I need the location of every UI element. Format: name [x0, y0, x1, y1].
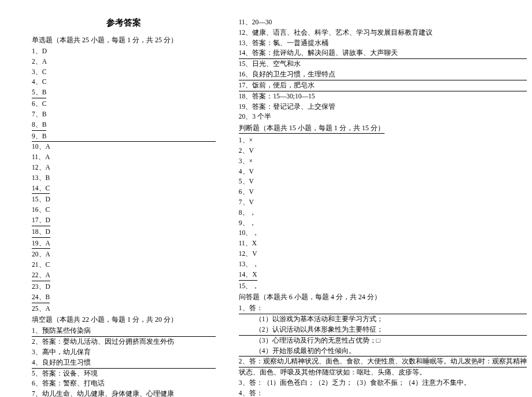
- qa-answer-item: 1、答：: [239, 303, 527, 314]
- fill-answer-item: 19、答案：登记记录、上交保管: [239, 102, 527, 112]
- mc-answer-item: 20、A: [32, 249, 216, 260]
- mc-answer-item: 7、B: [32, 109, 216, 120]
- fill-answer-item: 2、答案：婴幼儿活动、因过分拥挤而发生外伤: [32, 337, 216, 347]
- qa-answer-item: （2）认识活动以具体形象性为主要特征；: [239, 325, 527, 336]
- section4-header: 问答题（本题共 6 小题，每题 4 分，共 24 分）: [239, 292, 527, 302]
- fill-answer-item: 6、答案：警察、打电话: [32, 378, 216, 389]
- tf-answer-item: 5、V: [239, 177, 527, 187]
- qa-answer-item: 状态、面色、呼吸及其他伴随症状如：呕吐、头痛、皮疹等。: [239, 367, 527, 378]
- tf-answer-item: 9、，: [239, 218, 527, 229]
- fill-answer-item: 4、良好的卫生习惯: [32, 358, 216, 369]
- mc-answer-item: 23、D: [32, 282, 216, 292]
- tf-answer-item: 13、，: [239, 259, 527, 270]
- fill-answer-item: 3、高中，幼儿保育: [32, 347, 216, 358]
- tf-answer-item: 8、，: [239, 208, 527, 218]
- fill-answer-item: 7、幼儿生命、幼儿健康、身体健康、心理健康: [32, 389, 216, 397]
- fill-answer-item: 1、预防某些传染病: [32, 326, 216, 337]
- tf-answer-item: 15、，: [239, 281, 527, 292]
- tf-answer-item: 12、V: [239, 249, 527, 259]
- fill-answer-item: 17、饭前，便后，肥皂水: [239, 80, 527, 91]
- qa-answer-item: （1）以游戏为基本活动和主要学习方式；: [239, 314, 527, 325]
- mc-answer-item: 17、D: [32, 215, 216, 227]
- mc-answer-item: 24、B: [32, 292, 216, 304]
- right-column: 11、20—3012、健康、语言、社会、科学、艺术、学习与发展目标教育建议13、…: [239, 17, 527, 385]
- mc-answer-item: 12、A: [32, 163, 216, 173]
- qa-answer-item: 2、答：观察幼儿精神状况、面色、食欲、大便性质、次数和睡眠等。幼儿发热时：观察其…: [239, 356, 527, 367]
- qa-answer-item: 3、答：（1）面色苍白；（2）乏力；（3）食欲不振；（4）注意力不集中。: [239, 378, 527, 388]
- tf-answer-item: 1、×: [239, 135, 527, 146]
- qa-answer-item: 4、答：: [239, 388, 527, 397]
- mc-answer-item: 18、D: [32, 227, 216, 238]
- section3-header: 判断题（本题共 15 小题，每题 1 分，共 15 分）: [239, 123, 527, 134]
- mc-answer-item: 2、A: [32, 57, 216, 67]
- tf-answer-item: 7、V: [239, 197, 527, 208]
- page-title: 参考答案: [32, 17, 216, 28]
- mc-answer-item: 14、C: [32, 183, 216, 195]
- tf-answer-item: 10、，: [239, 228, 527, 238]
- mc-answer-item: 1、D: [32, 46, 216, 57]
- tf-answer-item: 2、V: [239, 146, 527, 156]
- section2-header: 填空题（本题共 22 小题，每题 1 分，共 20 分）: [32, 315, 216, 325]
- fill-answer-item: 13、答案：氯、一普通提水桶: [239, 38, 527, 49]
- tf-answer-item: 3、×: [239, 156, 527, 167]
- section1-header: 单选题（本题共 25 小题，每题 1 分，共 25 分）: [32, 35, 216, 45]
- fill-answer-item: 5、答案：设备、环境: [32, 369, 216, 379]
- mc-answer-item: 11、A: [32, 152, 216, 163]
- fill-answer-item: 12、健康、语言、社会、科学、艺术、学习与发展目标教育建议: [239, 28, 527, 38]
- tf-answer-item: 11、X: [239, 238, 527, 249]
- mc-answer-item: 16、C: [32, 205, 216, 215]
- left-column: 参考答案 单选题（本题共 25 小题，每题 1 分，共 25 分） 1、D2、A…: [32, 17, 216, 385]
- fill-answer-item: 11、20—30: [239, 17, 527, 28]
- fill-answer-item: 20、3 个半: [239, 112, 527, 122]
- qa-answer-item: （3）心理活动及行为的无意性占优势；□: [239, 336, 527, 346]
- mc-answer-item: 21、C: [32, 260, 216, 270]
- mc-answer-item: 13、B: [32, 173, 216, 183]
- tf-answer-item: 6、V: [239, 187, 527, 197]
- fill-answer-item: 15、日光、空气和水: [239, 59, 527, 69]
- mc-answer-item: 15、D: [32, 194, 216, 205]
- fill-answer-item: 14、答案：批评幼儿、解决问题、讲故事、大声聊天: [239, 48, 527, 59]
- mc-answer-item: 5、B: [32, 87, 216, 99]
- mc-answer-item: 3、C: [32, 67, 216, 78]
- fill-answer-item: 18、答案：15—30;10—15: [239, 91, 527, 102]
- tf-answer-item: 4、V: [239, 167, 527, 177]
- tf-answer-item: 14、X: [239, 270, 527, 281]
- mc-answer-item: 25、A: [32, 304, 216, 314]
- mc-answer-item: 19、A: [32, 238, 216, 250]
- mc-answer-item: 22、A: [32, 270, 216, 282]
- fill-answer-item: 16、良好的卫生习惯，生理特点: [239, 69, 527, 80]
- mc-answer-item: 10、A: [32, 142, 216, 152]
- mc-answer-item: 4、C: [32, 77, 216, 87]
- qa-answer-item: （4）开始形成最初的个性倾向。: [239, 346, 527, 357]
- mc-answer-item: 6、C: [32, 99, 216, 109]
- mc-answer-item: 8、B: [32, 120, 216, 131]
- mc-answer-item: 9、B: [32, 131, 216, 142]
